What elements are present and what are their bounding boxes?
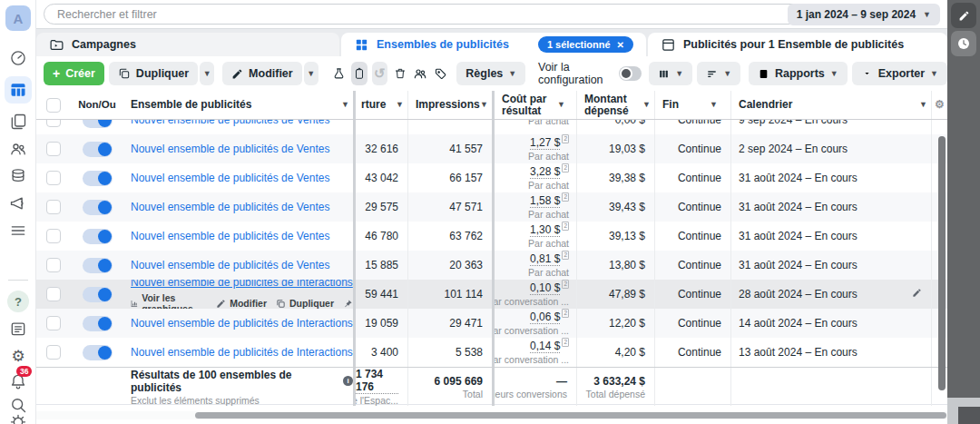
- rules-button[interactable]: Règles▼: [456, 62, 525, 85]
- settings-gear-icon[interactable]: ⚙: [7, 345, 29, 367]
- adset-name-link[interactable]: Nouvel ensemble de publicités de Ventes: [131, 172, 329, 184]
- row-active-toggle[interactable]: [83, 200, 113, 215]
- column-onoff[interactable]: Non/Ou: [71, 91, 123, 119]
- row-checkbox[interactable]: [46, 316, 61, 330]
- billing-coins-icon[interactable]: [7, 165, 29, 187]
- column-schedule[interactable]: Calendrier▼: [730, 91, 931, 119]
- columns-button[interactable]: ▼: [649, 62, 692, 85]
- edit-button[interactable]: Modifier: [222, 62, 302, 85]
- row-checkbox[interactable]: [46, 200, 61, 214]
- notifications-bell-icon[interactable]: 36: [7, 370, 29, 392]
- audiences-icon[interactable]: [7, 138, 29, 160]
- row-checkbox[interactable]: [46, 120, 61, 127]
- horizontal-scrollbar-thumb[interactable]: [195, 412, 946, 419]
- sort-caret-icon[interactable]: ▼: [710, 99, 718, 111]
- delete-button[interactable]: [392, 62, 408, 85]
- ab-test-button[interactable]: [331, 62, 348, 85]
- edit-action[interactable]: Modifier: [216, 298, 267, 309]
- column-reach[interactable]: rture▼: [353, 91, 407, 119]
- table-row[interactable]: Nouvel ensemble de publicités de Interac…: [36, 309, 947, 338]
- adset-name-link[interactable]: Nouvel ensemble de publicités de Ventes: [131, 259, 329, 271]
- tab-adsets[interactable]: Ensembles de publicités 1 sélectionné ✕: [341, 33, 646, 56]
- overview-gauge-icon[interactable]: [7, 47, 29, 69]
- create-button[interactable]: + Créer: [44, 62, 104, 85]
- audience-button[interactable]: [413, 62, 429, 85]
- reports-button[interactable]: Rapports▼: [749, 62, 848, 85]
- sort-caret-icon[interactable]: ▼: [557, 99, 565, 111]
- table-row[interactable]: Nouvel ensemble de publicités de Ventes …: [36, 192, 947, 222]
- news-icon[interactable]: [7, 318, 29, 340]
- sort-caret-icon[interactable]: ▼: [919, 99, 927, 111]
- horizontal-scrollbar[interactable]: [36, 411, 947, 419]
- adset-name-link[interactable]: Nouvel ensemble de publicités de Ventes: [131, 230, 329, 242]
- sort-caret-icon[interactable]: ▼: [341, 99, 349, 111]
- adset-name-link[interactable]: Nouvel ensemble de publicités de Interac…: [131, 280, 353, 289]
- table-row[interactable]: Nouvel ensemble de publicités de Ventes …: [36, 222, 947, 251]
- vertical-scrollbar-thumb[interactable]: [938, 136, 946, 390]
- pin-tag-button[interactable]: [433, 62, 449, 85]
- breakdown-button[interactable]: ▼: [697, 62, 740, 85]
- table-row[interactable]: Nouvel ensemble de publicités de Interac…: [36, 338, 947, 367]
- schedule-edit-icon[interactable]: [912, 288, 922, 301]
- row-active-toggle[interactable]: [83, 171, 113, 186]
- account-avatar[interactable]: A: [5, 5, 31, 31]
- adset-name-link[interactable]: Nouvel ensemble de publicités de Ventes: [131, 143, 329, 155]
- tab-ads[interactable]: Publicités pour 1 Ensemble de publicités: [648, 33, 947, 56]
- sort-caret-icon[interactable]: ▼: [642, 99, 651, 111]
- edit-caret-button[interactable]: ▼: [304, 62, 318, 85]
- export-button[interactable]: Exporter▼: [852, 62, 947, 85]
- info-icon[interactable]: i: [343, 376, 353, 386]
- select-all-checkbox[interactable]: [46, 98, 61, 113]
- column-name[interactable]: Ensemble de publicités▼: [123, 91, 353, 119]
- sort-caret-icon[interactable]: ▼: [396, 99, 404, 111]
- row-active-toggle[interactable]: [83, 142, 113, 157]
- row-active-toggle[interactable]: [83, 316, 113, 331]
- duplicate-action[interactable]: Dupliquer: [276, 298, 334, 309]
- row-active-toggle[interactable]: [83, 258, 113, 273]
- history-panel-button[interactable]: [951, 31, 976, 56]
- selected-count-badge[interactable]: 1 sélectionné ✕: [538, 36, 633, 53]
- row-active-toggle[interactable]: [83, 120, 113, 128]
- table-row[interactable]: Nouvel ensemble de publicités de Ventes …: [36, 163, 947, 192]
- duplicate-button[interactable]: Dupliquer: [109, 62, 198, 85]
- campaigns-table-icon[interactable]: [5, 76, 32, 104]
- row-checkbox[interactable]: [46, 142, 61, 156]
- close-icon[interactable]: ✕: [617, 40, 624, 50]
- view-charts-action[interactable]: Voir les graphiques: [131, 292, 207, 309]
- column-settings-gear-icon[interactable]: ⚙: [931, 91, 947, 119]
- column-cost[interactable]: Coût par résultat▼: [492, 91, 576, 119]
- row-checkbox[interactable]: [46, 287, 61, 301]
- table-row[interactable]: Nouvel ensemble de publicités de Ventes …: [36, 251, 947, 280]
- date-range-picker[interactable]: 1 jan 2024 – 9 sep 2024 ▼: [788, 4, 940, 25]
- row-active-toggle[interactable]: [83, 345, 113, 360]
- undo-button[interactable]: ↺: [372, 62, 388, 85]
- column-spent[interactable]: Montant dépensé▼: [576, 91, 654, 119]
- sort-caret-icon[interactable]: ▼: [480, 99, 488, 111]
- view-setup-toggle[interactable]: [619, 66, 642, 81]
- menu-icon[interactable]: [7, 220, 29, 242]
- search-input[interactable]: [44, 4, 811, 25]
- row-active-toggle[interactable]: [83, 229, 113, 244]
- bug-report-icon[interactable]: [7, 410, 29, 424]
- pages-icon[interactable]: [7, 111, 29, 133]
- tab-campaigns[interactable]: Campagnes: [36, 33, 339, 56]
- help-icon[interactable]: ?: [7, 291, 29, 312]
- ads-settings-megaphone-icon[interactable]: [7, 192, 29, 214]
- adset-name-link[interactable]: Nouvel ensemble de publicités de Ventes: [131, 120, 329, 126]
- duplicate-caret-button[interactable]: ▼: [200, 62, 214, 85]
- row-checkbox[interactable]: [46, 229, 61, 243]
- clipboard-button[interactable]: [351, 62, 368, 85]
- adset-name-link[interactable]: Nouvel ensemble de publicités de Ventes: [131, 201, 329, 213]
- row-checkbox[interactable]: [46, 345, 61, 360]
- column-impressions[interactable]: Impressions▼: [407, 91, 492, 119]
- column-end[interactable]: Fin▼: [654, 91, 730, 119]
- row-active-toggle[interactable]: [83, 287, 113, 302]
- adset-name-link[interactable]: Nouvel ensemble de publicités de Interac…: [131, 346, 353, 359]
- row-checkbox[interactable]: [46, 258, 61, 272]
- table-row[interactable]: Nouvel ensemble de publicités de Ventes …: [36, 120, 947, 134]
- adset-name-link[interactable]: Nouvel ensemble de publicités de Interac…: [131, 317, 353, 330]
- row-checkbox[interactable]: [46, 171, 61, 185]
- pin-action[interactable]: [343, 299, 353, 309]
- table-row[interactable]: Nouvel ensemble de publicités de Ventes …: [36, 134, 947, 163]
- edit-panel-button[interactable]: [951, 3, 976, 28]
